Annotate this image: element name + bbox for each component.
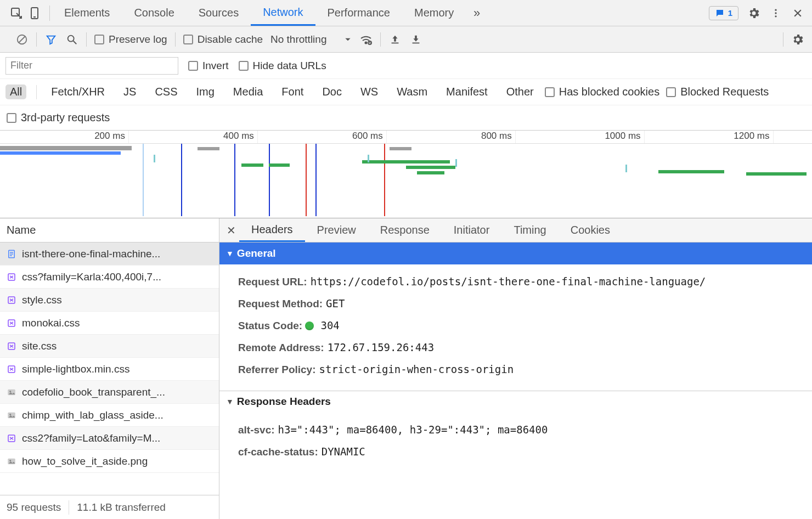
request-row[interactable]: css?family=Karla:400,400i,7...	[0, 266, 219, 289]
request-method-value: GET	[326, 297, 345, 309]
detail-tabbar: ✕ HeadersPreviewResponseInitiatorTimingC…	[219, 218, 812, 242]
file-type-icon	[7, 387, 16, 397]
type-filter-ws[interactable]: WS	[356, 84, 382, 99]
request-row[interactable]: style.css	[0, 289, 219, 312]
resource-type-filter: AllFetch/XHRJSCSSImgMediaFontDocWSWasmMa…	[0, 79, 812, 105]
request-row[interactable]: isnt-there-one-final-machine...	[0, 242, 219, 266]
network-settings-icon[interactable]	[791, 33, 804, 46]
type-filter-img[interactable]: Img	[192, 84, 219, 99]
search-icon[interactable]	[65, 33, 78, 46]
third-party-checkbox[interactable]: 3rd-party requests	[7, 111, 110, 124]
type-filter-all[interactable]: All	[5, 84, 26, 99]
device-toggle-icon[interactable]	[29, 7, 42, 20]
type-filter-other[interactable]: Other	[502, 84, 538, 99]
file-type-icon	[7, 341, 16, 351]
third-party-row: 3rd-party requests	[0, 105, 812, 131]
close-details-icon[interactable]: ✕	[223, 224, 239, 237]
request-row[interactable]: how_to_solve_it_aside.png	[0, 450, 219, 473]
waterfall-body	[0, 144, 812, 216]
request-name: chimp_with_lab_glass_aside...	[22, 409, 163, 421]
detail-tab-initiator[interactable]: Initiator	[442, 218, 502, 242]
type-filter-manifest[interactable]: Manifest	[442, 84, 492, 99]
main-tab-sources[interactable]: Sources	[187, 0, 251, 26]
request-row[interactable]: codefolio_book_transparent_...	[0, 381, 219, 404]
detail-tab-response[interactable]: Response	[368, 218, 442, 242]
section-general-header[interactable]: ▼ General	[219, 242, 812, 264]
disable-cache-checkbox[interactable]: Disable cache	[183, 33, 263, 46]
request-list-header[interactable]: Name	[0, 218, 219, 242]
type-filter-js[interactable]: JS	[119, 84, 140, 99]
file-type-icon	[7, 295, 16, 305]
detail-tab-headers[interactable]: Headers	[239, 218, 305, 242]
network-toolbar: Preserve log Disable cache No throttling	[0, 26, 812, 53]
throttling-select[interactable]: No throttling	[270, 33, 352, 46]
request-list: Name isnt-there-one-final-machine...css?…	[0, 218, 219, 519]
type-filter-wasm[interactable]: Wasm	[392, 84, 432, 99]
request-row[interactable]: site.css	[0, 335, 219, 358]
summary-transferred: 11.1 kB transferred	[77, 501, 166, 514]
clear-icon[interactable]	[15, 33, 29, 46]
hide-data-urls-checkbox[interactable]: Hide data URLs	[239, 60, 326, 72]
filter-input[interactable]	[5, 57, 178, 75]
request-row[interactable]: chimp_with_lab_glass_aside...	[0, 404, 219, 427]
detail-tab-preview[interactable]: Preview	[305, 218, 368, 242]
status-dot-icon	[305, 321, 314, 330]
svg-point-12	[365, 42, 367, 43]
file-type-icon	[7, 456, 16, 466]
section-response-headers-body: alt-svc:h3=":443"; ma=86400, h3-29=":443…	[219, 413, 812, 473]
summary-requests: 95 requests	[7, 501, 61, 514]
waterfall-overview[interactable]: 200 ms400 ms600 ms800 ms1000 ms1200 ms	[0, 131, 812, 218]
close-devtools-icon[interactable]	[791, 7, 804, 20]
blocked-requests-checkbox[interactable]: Blocked Requests	[666, 86, 769, 98]
detail-tab-timing[interactable]: Timing	[501, 218, 558, 242]
filter-bar: Invert Hide data URLs	[0, 53, 812, 79]
svg-point-5	[775, 15, 776, 17]
remote-address-value: 172.67.159.26:443	[328, 341, 434, 353]
request-name: isnt-there-one-final-machine...	[22, 248, 160, 260]
alt-svc-value: h3=":443"; ma=86400, h3-29=":443"; ma=86…	[278, 424, 548, 436]
more-tabs-icon[interactable]: »	[470, 7, 483, 20]
request-row[interactable]: monokai.css	[0, 312, 219, 335]
request-name: codefolio_book_transparent_...	[22, 386, 165, 398]
request-row[interactable]: simple-lightbox.min.css	[0, 358, 219, 381]
file-type-icon	[7, 249, 16, 259]
network-split-view: Name isnt-there-one-final-machine...css?…	[0, 218, 812, 519]
section-response-headers-header[interactable]: ▼ Response Headers	[219, 391, 812, 413]
type-filter-media[interactable]: Media	[229, 84, 267, 99]
upload-har-icon[interactable]	[388, 33, 402, 46]
request-name: simple-lightbox.min.css	[22, 363, 129, 375]
request-name: css?family=Karla:400,400i,7...	[22, 271, 161, 283]
svg-point-3	[775, 9, 776, 10]
request-row[interactable]: css2?family=Lato&family=M...	[0, 427, 219, 450]
kebab-menu-icon[interactable]	[769, 7, 782, 20]
network-conditions-icon[interactable]	[359, 33, 373, 46]
invert-checkbox[interactable]: Invert	[188, 60, 229, 72]
svg-line-11	[74, 41, 77, 44]
type-filter-fetchxhr[interactable]: Fetch/XHR	[47, 84, 109, 99]
main-tab-elements[interactable]: Elements	[52, 0, 122, 26]
main-tab-memory[interactable]: Memory	[402, 0, 466, 26]
download-har-icon[interactable]	[409, 33, 422, 46]
type-filter-font[interactable]: Font	[277, 84, 308, 99]
type-filter-css[interactable]: CSS	[150, 84, 182, 99]
settings-icon[interactable]	[747, 7, 760, 20]
file-type-icon	[7, 318, 16, 328]
main-tab-console[interactable]: Console	[122, 0, 186, 26]
type-filter-doc[interactable]: Doc	[318, 84, 346, 99]
section-general-body: Request URL:https://codefol.io/posts/isn…	[219, 264, 812, 391]
filter-icon[interactable]	[44, 33, 58, 46]
svg-point-31	[9, 460, 11, 461]
svg-point-10	[68, 35, 74, 41]
main-tab-performance[interactable]: Performance	[315, 0, 403, 26]
referrer-policy-value: strict-origin-when-cross-origin	[319, 363, 514, 375]
issues-button[interactable]: 1	[709, 6, 738, 20]
detail-tab-cookies[interactable]: Cookies	[559, 218, 622, 242]
cf-cache-status-value: DYNAMIC	[322, 445, 365, 458]
file-type-icon	[7, 364, 16, 374]
chevron-down-icon	[344, 36, 352, 43]
main-tab-network[interactable]: Network	[251, 0, 315, 26]
preserve-log-checkbox[interactable]: Preserve log	[94, 33, 167, 46]
inspect-icon[interactable]	[10, 7, 23, 20]
has-blocked-cookies-checkbox[interactable]: Has blocked cookies	[545, 86, 659, 98]
devtools-main-tabbar: ElementsConsoleSourcesNetworkPerformance…	[0, 0, 812, 26]
